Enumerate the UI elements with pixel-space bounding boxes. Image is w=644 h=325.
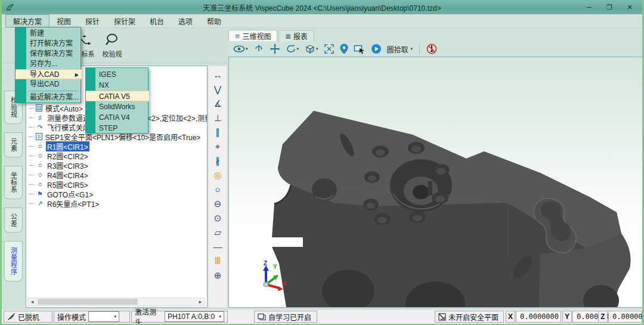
caret-down-icon: ▾ (411, 47, 413, 51)
menu-item-open-solution[interactable]: 打开解决方案 (16, 39, 82, 49)
tree-item-circle-r4[interactable]: ○ R4圆<CIR4> (29, 170, 89, 179)
goto-flag-icon: ⚑ (36, 190, 44, 198)
tab-3d-view[interactable]: ≣ 三维视图 (228, 30, 277, 41)
position-icon[interactable]: ⌖ (209, 140, 227, 153)
cube-icon (304, 44, 315, 54)
total-runout-icon[interactable]: ⊕ (209, 269, 227, 282)
axis-z-label: Z (264, 261, 267, 267)
submenu-item-step[interactable]: STEP (86, 123, 149, 134)
rotate-view-button[interactable]: ▾ (286, 44, 299, 54)
scroll-right-arrow[interactable]: ► (196, 299, 205, 305)
menu-item-import-cad[interactable]: 导入CAD ▶ (16, 69, 82, 79)
visibility-button[interactable]: ▾ (233, 45, 248, 53)
tree-item-mode[interactable]: ▤ 模式<Auto> (29, 103, 84, 113)
tab-measure-program[interactable]: 测量程序 (4, 241, 23, 281)
scrollbar-thumb[interactable] (38, 299, 138, 305)
tab-elements[interactable]: 元素 (4, 132, 23, 157)
run-button[interactable] (371, 44, 382, 54)
probe-disabled-icon (426, 44, 437, 54)
tree-item-circle-r1[interactable]: ○ R1圆<CIR1> (29, 141, 89, 151)
straightness-icon[interactable]: — (209, 240, 227, 253)
params-icon: ♯ (36, 114, 44, 121)
circle-icon: ○ (36, 171, 44, 179)
toolbar-separator (419, 44, 420, 54)
safety-plane-icon (438, 313, 446, 321)
tree-item-circle-r2[interactable]: ○ R2圆<CIR2> (29, 151, 89, 160)
close-button[interactable]: ✕ (621, 1, 639, 13)
submenu-item-nx[interactable]: NX (86, 80, 149, 91)
operation-mode-select[interactable]: ▾ (88, 311, 119, 322)
report-tab-icon: ▦ (285, 33, 290, 39)
angle-point-icon[interactable]: ∡ (209, 97, 227, 110)
3d-viewport[interactable]: Z Y X (228, 57, 644, 308)
tab-tolerance[interactable]: 公差 (4, 208, 23, 233)
menu-item-export-cad[interactable]: 导出CAD (16, 79, 82, 89)
window-select-button[interactable] (354, 44, 366, 54)
active-probe-label: 激活测头 (135, 307, 162, 325)
tree-item-fly-mode[interactable]: ↷ 飞行模式关闭 (29, 122, 91, 132)
pick-mode-label: 圆拾取 (387, 44, 408, 54)
window-select-icon (354, 44, 366, 54)
menu-item-save-solution[interactable]: 保存解决方案 (16, 49, 82, 59)
circle-icon: ○ (36, 161, 44, 169)
menu-machine[interactable]: 机台 (143, 14, 171, 27)
concentricity-icon[interactable]: ◎ (209, 169, 227, 182)
pan-button[interactable] (270, 44, 280, 54)
x-coordinate-readout: 0.0000000 (516, 311, 561, 323)
menu-item-recent-solutions[interactable]: 最近解决方案... (16, 92, 82, 103)
menu-view[interactable]: 视图 (49, 14, 78, 27)
vector-point-icon: ↗ (36, 200, 44, 208)
axis-y-label: Y (273, 264, 277, 270)
tree-horizontal-scrollbar[interactable]: ◄ ► (27, 298, 205, 306)
symmetry-icon[interactable]: ⊖ (209, 197, 227, 211)
pick-mode-button[interactable]: 圆拾取 ▾ (387, 44, 413, 54)
maximize-button[interactable]: ❐ (600, 1, 618, 13)
minimize-button[interactable]: ─ (580, 1, 598, 13)
submenu-item-catia-v5[interactable]: CATIA V5 (86, 91, 149, 101)
tab-report[interactable]: ▦ 报表 (278, 30, 314, 41)
menu-item-new[interactable]: 新建 (16, 29, 82, 39)
orbit-button[interactable] (253, 44, 264, 54)
gauge-check-label: 校验规 (103, 49, 122, 58)
menu-help[interactable]: 帮助 (200, 14, 228, 27)
perpendicularity-icon[interactable]: ⊥ (209, 112, 227, 125)
scroll-left-arrow[interactable]: ◄ (28, 299, 36, 305)
view-cube-button[interactable]: ▾ (304, 44, 318, 54)
zoom-fit-button[interactable] (324, 44, 335, 54)
cad-part-model (229, 57, 644, 307)
runout-icon[interactable]: ⊙ (209, 212, 227, 225)
menu-solution[interactable]: 解决方案 (5, 14, 49, 27)
menu-probe[interactable]: 探针 (78, 14, 107, 27)
angle-icon[interactable]: ⋁ (209, 83, 227, 96)
active-probe-select[interactable]: PH10T A:0,B:0 ▾ (165, 311, 224, 322)
tree-item-circle-r3[interactable]: ○ R3圆<CIR3> (29, 160, 89, 170)
magnifier-icon (104, 33, 120, 48)
tab-coord-sys[interactable]: 坐标系 (4, 166, 23, 199)
tree-item-circle-r5[interactable]: ○ R5圆<CIR5> (29, 179, 89, 189)
menu-item-save-as[interactable]: 另存为... (16, 59, 82, 69)
circularity-icon[interactable]: ○ (209, 183, 227, 196)
operation-mode-group: 操作模式 ▾ (54, 311, 130, 323)
submenu-arrow-icon: ▶ (75, 70, 79, 80)
x-axis-label: X (506, 311, 515, 323)
submenu-item-catia-v4[interactable]: CATIA V4 (86, 112, 149, 123)
symmetry-lines-icon[interactable]: Ⅲ (209, 255, 227, 268)
fly-mode-icon: ↷ (36, 123, 44, 131)
map-pin-icon (340, 44, 348, 54)
menu-options[interactable]: 选项 (171, 14, 200, 27)
parallelism-icon[interactable]: ∥ (209, 126, 227, 139)
rotate-icon (286, 44, 296, 54)
tree-item-vector-point[interactable]: ↗ R6矢量点<PT1> (29, 199, 100, 208)
eye-icon (233, 45, 245, 53)
locate-button[interactable] (340, 44, 348, 54)
angularity-icon[interactable]: ∦ (209, 154, 227, 168)
gauge-check-button[interactable]: 校验规 (98, 30, 126, 61)
menu-probe-rack[interactable]: 探针架 (107, 14, 143, 27)
submenu-item-solidworks[interactable]: SolidWorks (86, 101, 149, 112)
3d-view-tab-icon: ≣ (235, 33, 240, 39)
tree-item-goto-point[interactable]: ⚑ GOTO点<G1> (29, 189, 94, 199)
probe-disabled-button[interactable] (426, 44, 437, 54)
flatness-icon[interactable]: ▱ (209, 226, 227, 239)
submenu-item-iges[interactable]: IGES (86, 69, 149, 80)
distance-icon[interactable]: ↔ (209, 69, 227, 82)
